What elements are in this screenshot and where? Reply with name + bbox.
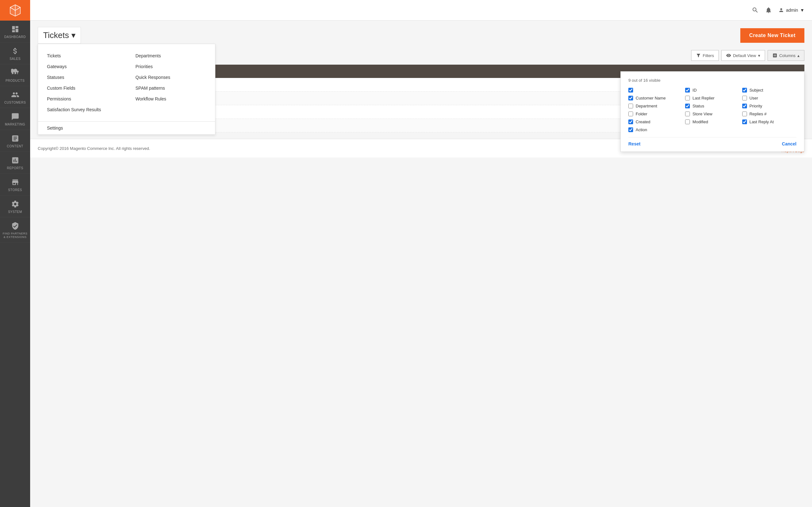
dropdown-item-permissions[interactable]: Permissions <box>43 94 121 104</box>
columns-cancel-button[interactable]: Cancel <box>782 141 797 147</box>
column-item-subject: Subject <box>742 88 797 93</box>
dropdown-item-quick-responses[interactable]: Quick Responses <box>132 72 210 83</box>
column-item-department: Department <box>628 104 682 108</box>
column-label-priority: Priority <box>750 104 762 108</box>
column-label-subject: Subject <box>750 88 763 93</box>
sidebar-item-reports[interactable]: Reports <box>0 152 30 174</box>
column-label-modified: Modified <box>693 119 708 124</box>
column-item-last-reply-at: Last Reply At <box>742 119 797 124</box>
column-checkbox-status[interactable] <box>685 104 690 108</box>
column-label-status: Status <box>693 104 704 108</box>
columns-label: Columns <box>779 53 796 58</box>
sidebar-item-dashboard[interactable]: Dashboard <box>0 20 30 43</box>
view-arrow: ▾ <box>758 53 760 58</box>
column-label-last-reply-at: Last Reply At <box>750 119 774 124</box>
dropdown-item-priorities[interactable]: Priorities <box>132 61 210 72</box>
dropdown-item-custom-fields[interactable]: Custom Fields <box>43 83 121 94</box>
admin-menu[interactable]: admin ▼ <box>778 7 804 13</box>
column-checkbox-modified[interactable] <box>685 119 690 124</box>
dropdown-item-gateways[interactable]: Gateways <box>43 61 121 72</box>
column-checkbox-created[interactable] <box>628 119 633 124</box>
column-item-last-replier: Last Replier <box>685 96 740 101</box>
column-item-action: Action <box>628 127 682 132</box>
column-checkbox-priority[interactable] <box>742 104 747 108</box>
dropdown-item-satisfaction[interactable]: Satisfaction Survey Results <box>43 104 121 115</box>
sidebar-customers-label: Customers <box>4 101 26 105</box>
column-checkbox-select-all[interactable] <box>628 88 633 93</box>
sidebar-marketing-label: Marketing <box>5 123 26 126</box>
sidebar-item-sales[interactable]: Sales <box>0 43 30 64</box>
sidebar-item-system[interactable]: System <box>0 195 30 217</box>
sidebar: Dashboard Sales Products Customers Marke… <box>0 0 30 507</box>
columns-grid: ID Subject Customer Name Last Replier <box>628 88 797 132</box>
column-label-created: Created <box>636 119 650 124</box>
column-checkbox-customer-name[interactable] <box>628 96 633 101</box>
sidebar-system-label: System <box>8 210 22 214</box>
column-item-user: User <box>742 96 797 101</box>
column-label-user: User <box>750 96 758 101</box>
column-item-store-view: Store View <box>685 112 740 116</box>
view-label: Default View <box>733 53 756 58</box>
column-label-folder: Folder <box>636 112 647 116</box>
column-item-id: ID <box>685 88 740 93</box>
column-checkbox-user[interactable] <box>742 96 747 101</box>
sidebar-content-label: Content <box>7 145 23 148</box>
page-title-arrow: ▾ <box>71 31 75 40</box>
dropdown-item-departments[interactable]: Departments <box>132 50 210 61</box>
dropdown-menu-inner: Tickets Gateways Statuses Custom Fields … <box>38 44 215 121</box>
dropdown-settings: Settings <box>38 121 215 134</box>
column-checkbox-store-view[interactable] <box>685 112 690 116</box>
columns-panel-footer: Reset Cancel <box>628 137 797 147</box>
column-checkbox-action[interactable] <box>628 127 633 132</box>
dropdown-item-spam-patterns[interactable]: SPAM patterns <box>132 83 210 94</box>
view-button[interactable]: Default View ▾ <box>721 50 765 61</box>
column-checkbox-last-reply-at[interactable] <box>742 119 747 124</box>
admin-name-label: admin <box>786 8 798 13</box>
tickets-dropdown-menu: Tickets Gateways Statuses Custom Fields … <box>38 44 215 135</box>
columns-button[interactable]: Columns ▴ <box>768 50 804 61</box>
sidebar-dashboard-label: Dashboard <box>4 35 26 39</box>
sidebar-stores-label: Stores <box>8 188 22 192</box>
content-area: Tickets ▾ Tickets Gateways Statuses Cust… <box>30 20 812 507</box>
sidebar-item-customers[interactable]: Customers <box>0 86 30 108</box>
sidebar-sales-label: Sales <box>9 57 20 61</box>
column-checkbox-folder[interactable] <box>628 112 633 116</box>
dropdown-item-tickets[interactable]: Tickets <box>43 50 121 61</box>
filter-icon <box>696 53 701 58</box>
column-label-replies-hash: Replies # <box>750 112 767 116</box>
column-checkbox-id[interactable] <box>685 88 690 93</box>
column-checkbox-department[interactable] <box>628 104 633 108</box>
column-label-id: ID <box>693 88 697 93</box>
sidebar-item-content[interactable]: Content <box>0 130 30 152</box>
sidebar-item-products[interactable]: Products <box>0 64 30 86</box>
column-checkbox-subject[interactable] <box>742 88 747 93</box>
dropdown-item-statuses[interactable]: Statuses <box>43 72 121 83</box>
page-header: Tickets ▾ Tickets Gateways Statuses Cust… <box>38 27 804 44</box>
column-label-action: Action <box>636 127 647 132</box>
dropdown-col-1: Tickets Gateways Statuses Custom Fields … <box>38 49 126 116</box>
admin-arrow-icon: ▼ <box>800 8 804 13</box>
sidebar-item-marketing[interactable]: Marketing <box>0 108 30 130</box>
columns-icon <box>772 53 777 58</box>
notification-icon[interactable] <box>765 7 772 14</box>
column-item-created: Created <box>628 119 682 124</box>
sidebar-item-stores[interactable]: Stores <box>0 174 30 195</box>
sidebar-reports-label: Reports <box>7 166 23 170</box>
columns-arrow: ▴ <box>798 53 800 58</box>
column-checkbox-last-replier[interactable] <box>685 96 690 101</box>
column-checkbox-replies-hash[interactable] <box>742 112 747 116</box>
page-title-button[interactable]: Tickets ▾ <box>38 27 81 44</box>
dropdown-item-workflow-rules[interactable]: Workflow Rules <box>132 94 210 104</box>
columns-reset-button[interactable]: Reset <box>628 141 641 147</box>
sidebar-products-label: Products <box>5 79 24 83</box>
page-title-area: Tickets ▾ Tickets Gateways Statuses Cust… <box>38 27 81 44</box>
sidebar-item-find-partners[interactable]: Find Partners & Extensions <box>0 217 30 242</box>
filters-button[interactable]: Filters <box>691 50 719 61</box>
view-icon <box>726 53 731 58</box>
search-icon[interactable] <box>752 7 759 14</box>
column-item-folder: Folder <box>628 112 682 116</box>
create-new-ticket-button[interactable]: Create New Ticket <box>740 28 804 43</box>
column-item-customer-name: Customer Name <box>628 96 682 101</box>
dropdown-settings-link[interactable]: Settings <box>47 125 63 130</box>
column-item-status: Status <box>685 104 740 108</box>
